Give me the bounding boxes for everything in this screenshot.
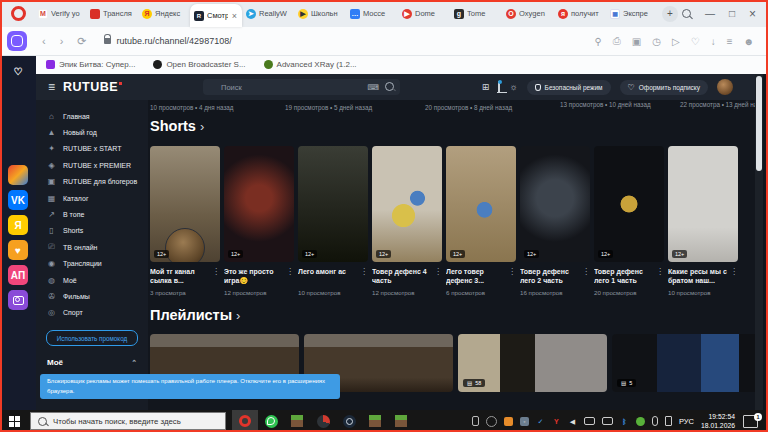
playlist-card[interactable]: ▤58 [458,334,607,392]
taskbar-shutter-app[interactable] [310,410,336,432]
kebab-menu-icon[interactable]: ⋮ [656,267,664,286]
tab-rutube-active[interactable]: RСмотреть× [190,4,242,27]
menu-item-premier[interactable]: ◈RUTUBE x PREMIER [36,157,148,173]
workspace-gradient-icon[interactable] [8,165,28,185]
chevron-up-icon[interactable]: ⌃ [131,359,137,367]
tray-check-icon[interactable]: ✓ [536,417,545,426]
yandex-sidebar-icon[interactable]: Я [8,215,28,235]
bookmark-xray[interactable]: Advanced XRay (1.2... [264,60,357,69]
extension-icon[interactable]: ⚲ [594,36,601,47]
tab-gmail[interactable]: MVerify yo [34,0,86,27]
menu-item-my[interactable]: ◍Моё [36,272,148,288]
snapshot-icon[interactable]: ⎙ [613,35,621,47]
reload-icon[interactable]: ⟳ [77,35,86,48]
yandex-tray-icon[interactable]: Y [552,417,561,426]
download-icon[interactable]: ↓ [711,36,716,47]
shorts-card[interactable]: 12+ Какие ресы мы с братом наш...⋮ 10 пр… [668,146,738,296]
menu-item-bloggers[interactable]: ▣RUTUBE для блогеров [36,174,148,190]
tab-poluchit[interactable]: яполучит [554,0,606,27]
menu-item-home[interactable]: ⌂Главная [36,108,148,124]
menu-item-start[interactable]: ✦RUTUBE x START [36,141,148,157]
shorts-title[interactable]: Лего товер дефенс 3... [446,267,508,286]
shorts-title[interactable]: Товер дефенс 4 часть [372,267,434,286]
tab-search-icon[interactable] [682,9,691,18]
page-scrollbar[interactable] [755,74,763,410]
shorts-section-link[interactable]: Shorts› [150,118,204,134]
taskbar-minecraft-2[interactable] [362,410,388,432]
bookmark-obs[interactable]: Open Broadcaster S... [153,60,245,69]
taskbar-whatsapp[interactable] [258,410,284,432]
shorts-thumbnail[interactable]: 12+ [446,146,516,262]
shorts-card[interactable]: 12+ Лего амонг ас⋮ 10 просмотров [298,146,368,296]
shorts-card[interactable]: 12+ Товер дефенс лего 2 часть⋮ 16 просмо… [520,146,590,296]
opera-aria-button[interactable] [7,31,27,51]
subscribe-button[interactable]: ♡Оформить подписку [620,80,708,95]
upload-video-icon[interactable]: ⊞ [482,82,490,92]
tune-icon[interactable]: ≡ [727,36,733,47]
kebab-menu-icon[interactable]: ⋮ [212,267,220,286]
close-window-button[interactable]: × [749,7,756,21]
volume-icon[interactable]: ◀ [568,417,577,426]
shorts-title[interactable]: Товер дефенс лего 2 часть [520,267,582,286]
tab-messenger[interactable]: …Моссе [346,0,398,27]
kebab-menu-icon[interactable]: ⋮ [730,267,738,286]
kebab-menu-icon[interactable]: ⋮ [286,267,294,286]
vk-icon[interactable]: VK [8,190,28,210]
taskbar-search-box[interactable]: Чтобы начать поиск, введите здесь [30,412,226,430]
pink-app-icon[interactable]: АП [8,265,28,285]
menu-item-streams[interactable]: ◉Трансляции [36,256,148,272]
shorts-title[interactable]: Товер дефенс лего 1 часть [594,267,656,286]
opera-logo-icon[interactable] [11,6,26,21]
tab-yandex[interactable]: ЯЯндекс [138,0,190,27]
theme-toggle-icon[interactable]: ☼ [509,82,517,92]
user-avatar[interactable] [717,79,733,95]
taskbar-opera[interactable] [232,410,258,432]
taskbar-steam[interactable] [336,410,362,432]
kebab-menu-icon[interactable]: ⋮ [582,267,590,286]
start-button[interactable] [9,416,20,427]
shorts-card[interactable]: 12+ Это же просто игра😊⋮ 12 просмотров [224,146,294,296]
search-icon[interactable] [385,82,394,93]
microphone-icon[interactable] [652,416,658,426]
bookmark-heart-icon[interactable]: ♡ [691,36,700,47]
bookmark-epic-battle[interactable]: Эпик Битва: Супер... [46,60,135,69]
menu-item-trending[interactable]: ↗В топе [36,206,148,222]
shorts-card[interactable]: 12+ Товер дефенс 4 часть⋮ 12 просмотров [372,146,442,296]
rutube-logo[interactable]: RUTUBE [63,80,118,94]
tray-photos-icon[interactable]: ◦ [520,417,529,426]
menu-item-new-year[interactable]: ▲Новый год [36,124,148,140]
bluetooth-icon[interactable]: ᛒ [620,417,629,426]
taskbar-minecraft-3[interactable] [388,410,414,432]
action-center-icon[interactable]: 1 [743,415,758,428]
shorts-thumbnail[interactable]: 12+ [372,146,442,262]
kebab-menu-icon[interactable]: ⋮ [434,267,442,286]
battery-icon[interactable] [472,416,479,426]
shorts-thumbnail[interactable]: 12+ [298,146,368,262]
promo-code-button[interactable]: Использовать промокод [46,330,138,346]
tray-circle-icon[interactable] [486,416,497,427]
monitors-icon[interactable] [602,417,613,425]
kebab-menu-icon[interactable]: ⋮ [360,267,368,286]
shorts-thumbnail[interactable]: 12+ [224,146,294,262]
shorts-thumbnail[interactable]: 12+ [520,146,590,262]
tab-tome[interactable]: gTome [450,0,502,27]
shorts-card[interactable]: 12+ Лего товер дефенс 3...⋮ 6 просмотров [446,146,516,296]
minimize-button[interactable]: — [705,8,715,19]
sidebar-favorites-heart-icon[interactable]: ♡ [8,61,28,81]
shorts-thumbnail[interactable]: 12+ [150,146,220,262]
keyboard-icon[interactable]: ⌨ [367,83,379,92]
camera-app-icon[interactable] [8,290,28,310]
language-indicator[interactable]: РУС [679,417,694,426]
shorts-title[interactable]: Какие ресы мы с братом наш... [668,267,730,286]
kebab-menu-icon[interactable]: ⋮ [508,267,516,286]
menu-item-catalog[interactable]: ▦Каталог [36,190,148,206]
shorts-title[interactable]: Лего амонг ас [298,267,360,286]
tab-express[interactable]: ▦Экспре [606,0,658,27]
url-field[interactable]: rutube.ru/channel/42987108/ [117,36,232,46]
scrollbar-thumb[interactable] [756,76,762,171]
tab-translation[interactable]: Трансля [86,0,138,27]
menu-item-sport[interactable]: ◎Спорт [36,305,148,321]
shorts-card[interactable]: 12+ Мой тг канал сылка в...⋮ 3 просмотра [150,146,220,296]
tray-orange-icon[interactable] [504,417,513,426]
hamburger-menu-icon[interactable]: ≡ [48,80,55,94]
